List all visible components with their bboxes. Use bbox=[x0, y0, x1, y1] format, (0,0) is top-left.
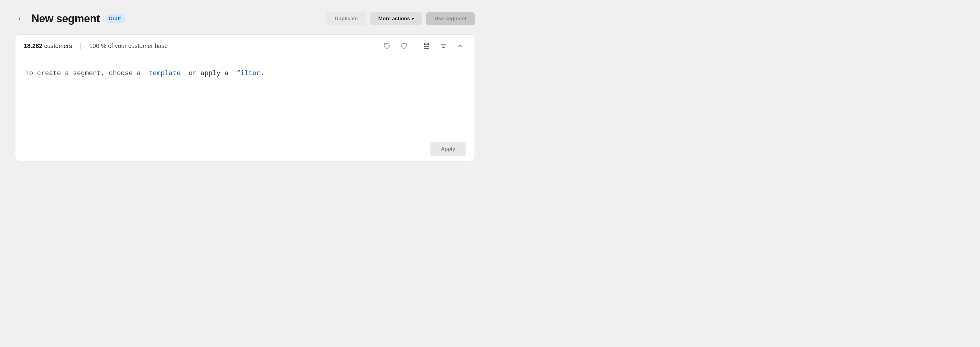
use-segment-button[interactable]: Use segment bbox=[426, 12, 475, 25]
filter-button[interactable] bbox=[438, 40, 449, 52]
draft-badge: Draft bbox=[105, 14, 126, 23]
page-title: New segment bbox=[32, 13, 100, 25]
header-right: Duplicate More actions ▾ Use segment bbox=[326, 12, 475, 25]
collapse-icon bbox=[457, 43, 464, 49]
apply-button[interactable]: Apply bbox=[430, 142, 466, 156]
database-icon bbox=[423, 43, 430, 49]
customers-stat: 18.262 customers bbox=[24, 43, 81, 49]
percentage-label: of your customer base bbox=[108, 43, 168, 49]
segment-instruction: To create a segment, choose a template o… bbox=[25, 68, 465, 79]
back-button[interactable]: ← bbox=[15, 14, 27, 24]
redo-button[interactable] bbox=[398, 40, 410, 52]
filter-icon bbox=[440, 43, 447, 49]
more-actions-button[interactable]: More actions ▾ bbox=[370, 12, 422, 25]
redo-icon bbox=[401, 43, 407, 49]
header-left: ← New segment Draft bbox=[15, 13, 125, 25]
undo-button[interactable] bbox=[381, 40, 393, 52]
segment-card: 18.262 customers 100 % of your customer … bbox=[15, 35, 475, 162]
duplicate-button[interactable]: Duplicate bbox=[326, 12, 366, 25]
apply-area: Apply bbox=[15, 142, 475, 162]
more-actions-label: More actions bbox=[378, 16, 410, 22]
stats-actions bbox=[381, 40, 466, 52]
instruction-middle: or apply a bbox=[189, 70, 228, 77]
undo-icon bbox=[383, 43, 390, 49]
stats-bar: 18.262 customers 100 % of your customer … bbox=[15, 35, 475, 57]
customers-label: customers bbox=[44, 43, 72, 49]
page-header: ← New segment Draft Duplicate More actio… bbox=[15, 12, 475, 25]
instruction-suffix: . bbox=[260, 70, 264, 77]
chevron-down-icon: ▾ bbox=[412, 17, 414, 21]
svg-point-0 bbox=[424, 43, 429, 45]
filter-link[interactable]: filter bbox=[237, 70, 260, 77]
percentage-stat: 100 % of your customer base bbox=[81, 43, 381, 49]
template-link[interactable]: template bbox=[149, 70, 181, 77]
percentage-value: 100 % bbox=[89, 43, 107, 49]
segment-content: To create a segment, choose a template o… bbox=[15, 57, 475, 142]
icon-separator-1 bbox=[415, 42, 416, 50]
collapse-button[interactable] bbox=[455, 40, 466, 52]
database-button[interactable] bbox=[421, 40, 432, 52]
customers-count: 18.262 bbox=[24, 43, 42, 49]
instruction-prefix: To create a segment, choose a bbox=[25, 70, 141, 77]
